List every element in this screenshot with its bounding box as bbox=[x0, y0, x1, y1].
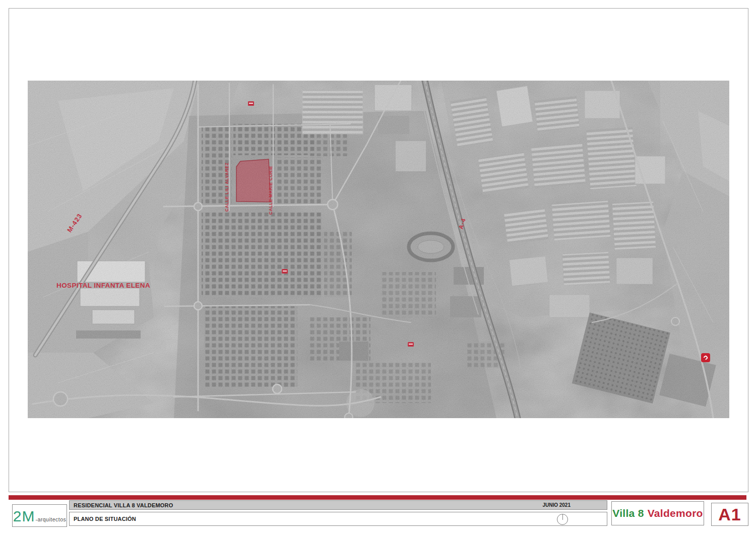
grain-overlay bbox=[28, 81, 729, 418]
architect-logo-box: 2M -arquitectos bbox=[12, 504, 67, 527]
drawing-title-bar: PLANO DE SITUACIÓN bbox=[69, 512, 607, 526]
location-badge-icon bbox=[701, 353, 710, 362]
street-label-lili-alvarez: CALLE LILI ALVAREZ bbox=[225, 162, 229, 212]
project-name-box: Villa 8 Valdemoro bbox=[611, 501, 704, 525]
sheet-format-box: A1 bbox=[711, 503, 748, 526]
street-label-marie-curie: CALLE MARIE CURIE bbox=[269, 166, 273, 215]
project-title-bar: RESIDENCIAL VILLA 8 VALDEMORO JUNIO 2021 bbox=[69, 500, 607, 510]
swirl-glyph bbox=[703, 355, 708, 360]
project-name-red: Valdemoro bbox=[648, 507, 703, 519]
poi-marker-icon bbox=[408, 342, 414, 347]
north-indicator-icon bbox=[557, 514, 568, 525]
drawing-sheet: M-423 A-4 HOSPITAL INFANTA ELENA CALLE L… bbox=[0, 0, 756, 534]
logo-brand: 2M bbox=[13, 508, 35, 525]
titleblock-accent-bar bbox=[9, 495, 746, 500]
situation-map: M-423 A-4 HOSPITAL INFANTA ELENA CALLE L… bbox=[28, 81, 729, 418]
drawing-title: PLANO DE SITUACIÓN bbox=[74, 516, 136, 522]
project-date: JUNIO 2021 bbox=[542, 502, 571, 508]
hospital-label: HOSPITAL INFANTA ELENA bbox=[56, 282, 150, 289]
project-name-green: Villa 8 bbox=[612, 507, 644, 519]
poi-marker-icon bbox=[248, 101, 254, 106]
project-title: RESIDENCIAL VILLA 8 VALDEMORO bbox=[74, 502, 173, 508]
sheet-format: A1 bbox=[718, 505, 741, 524]
logo-suffix: -arquitectos bbox=[35, 516, 66, 522]
north-needle bbox=[562, 514, 563, 520]
poi-marker-icon bbox=[282, 269, 288, 274]
satellite-imagery bbox=[28, 81, 729, 418]
